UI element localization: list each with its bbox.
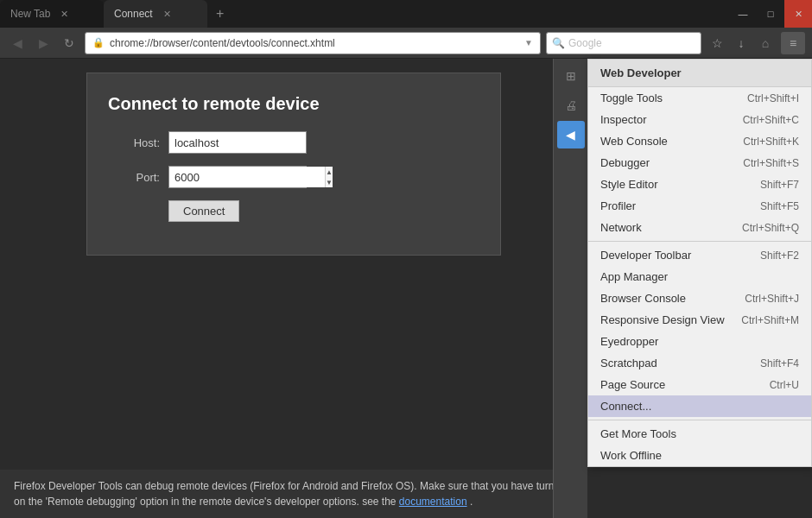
tab-new-tab[interactable]: New Tab ✕ bbox=[0, 0, 104, 28]
menu-item-web-console[interactable]: Web Console Ctrl+Shift+K bbox=[588, 130, 811, 152]
info-text: Firefox Developer Tools can debug remote… bbox=[0, 470, 587, 518]
forward-button[interactable]: ▶ bbox=[33, 33, 54, 54]
menu-item-app-manager[interactable]: App Manager bbox=[588, 266, 811, 287]
menu-item-get-more-tools[interactable]: Get More Tools bbox=[588, 423, 811, 445]
search-placeholder: Google bbox=[568, 37, 602, 49]
download-icon[interactable]: ↓ bbox=[731, 33, 752, 54]
tab-close-btn[interactable]: ✕ bbox=[160, 7, 174, 22]
menu-item-scratchpad[interactable]: Scratchpad Shift+F4 bbox=[588, 352, 811, 374]
menu-item-profiler[interactable]: Profiler Shift+F5 bbox=[588, 195, 811, 217]
tab-label: Connect bbox=[114, 8, 153, 20]
menu-item-connect[interactable]: Connect... bbox=[588, 395, 811, 417]
toolbar-icons: ☆ ↓ ⌂ bbox=[707, 33, 776, 54]
title-bar: New Tab ✕ Connect ✕ + — □ ✕ bbox=[0, 0, 812, 28]
window-controls: — □ ✕ bbox=[729, 0, 812, 28]
close-button[interactable]: ✕ bbox=[784, 0, 812, 28]
main-content: Connect to remote device Host: Port: ▲ ▼… bbox=[0, 59, 812, 518]
minimize-button[interactable]: — bbox=[729, 0, 757, 28]
port-input-wrapper: ▲ ▼ bbox=[168, 166, 307, 188]
connect-row: Connect bbox=[108, 200, 479, 222]
port-label: Port: bbox=[108, 171, 160, 184]
host-row: Host: bbox=[108, 131, 479, 154]
url-text: chrome://browser/content/devtools/connec… bbox=[110, 37, 519, 49]
spinner-up-button[interactable]: ▲ bbox=[326, 167, 333, 177]
dev-icon-2[interactable]: 🖨 bbox=[557, 92, 585, 119]
maximize-button[interactable]: □ bbox=[757, 0, 784, 28]
refresh-button[interactable]: ↻ bbox=[59, 33, 79, 54]
menu-item-toggle-tools[interactable]: Toggle Tools Ctrl+Shift+I bbox=[588, 87, 811, 109]
home-button[interactable]: ⌂ bbox=[755, 33, 776, 54]
info-text-content: Firefox Developer Tools can debug remote… bbox=[14, 480, 566, 508]
devtools-panel: Connect to remote device Host: Port: ▲ ▼… bbox=[86, 73, 501, 256]
menu-separator-1 bbox=[588, 241, 811, 242]
browser-content: Connect to remote device Host: Port: ▲ ▼… bbox=[0, 59, 587, 518]
dev-icon-3[interactable]: ◀ bbox=[557, 121, 585, 148]
menu-item-browser-console[interactable]: Browser Console Ctrl+Shift+J bbox=[588, 287, 811, 309]
menu-item-debugger[interactable]: Debugger Ctrl+Shift+S bbox=[588, 152, 811, 174]
menu-button[interactable]: ≡ bbox=[781, 32, 805, 54]
search-bar[interactable]: 🔍 Google bbox=[546, 32, 701, 54]
search-icon: 🔍 bbox=[552, 37, 565, 49]
menu-item-eyedropper[interactable]: Eyedropper bbox=[588, 331, 811, 352]
documentation-link[interactable]: documentation bbox=[399, 496, 467, 508]
devtools-title: Connect to remote device bbox=[108, 94, 479, 114]
dev-icon-1[interactable]: ⊞ bbox=[557, 62, 585, 90]
menu-item-network[interactable]: Network Ctrl+Shift+Q bbox=[588, 217, 811, 238]
new-tab-button[interactable]: + bbox=[207, 0, 232, 28]
tab-connect[interactable]: Connect ✕ bbox=[104, 0, 207, 28]
spinner-down-button[interactable]: ▼ bbox=[326, 177, 333, 187]
web-developer-menu: Web Developer Toggle Tools Ctrl+Shift+I … bbox=[587, 59, 812, 467]
menu-separator-2 bbox=[588, 420, 811, 420]
bookmark-icon[interactable]: ☆ bbox=[707, 33, 727, 54]
port-row: Port: ▲ ▼ bbox=[108, 166, 479, 188]
menu-item-style-editor[interactable]: Style Editor Shift+F7 bbox=[588, 174, 811, 195]
host-input[interactable] bbox=[168, 131, 307, 154]
connect-button[interactable]: Connect bbox=[168, 200, 239, 222]
right-strip: ⊞ 🖨 ◀ bbox=[553, 59, 587, 518]
url-dropdown-icon[interactable]: ▼ bbox=[524, 38, 533, 47]
menu-item-responsive-design-view[interactable]: Responsive Design View Ctrl+Shift+M bbox=[588, 309, 811, 331]
port-spinner: ▲ ▼ bbox=[325, 167, 333, 187]
port-input[interactable] bbox=[169, 167, 325, 187]
address-bar: ◀ ▶ ↻ 🔒 chrome://browser/content/devtool… bbox=[0, 28, 812, 59]
url-bar[interactable]: 🔒 chrome://browser/content/devtools/conn… bbox=[85, 32, 541, 54]
info-text-end: . bbox=[470, 496, 473, 508]
menu-header: Web Developer bbox=[588, 60, 811, 87]
tab-label: New Tab bbox=[10, 8, 50, 20]
menu-item-work-offline[interactable]: Work Offline bbox=[588, 445, 811, 466]
lock-icon: 🔒 bbox=[92, 37, 105, 48]
back-button[interactable]: ◀ bbox=[7, 33, 28, 54]
tab-close-btn[interactable]: ✕ bbox=[57, 7, 72, 22]
menu-item-developer-toolbar[interactable]: Developer Toolbar Shift+F2 bbox=[588, 244, 811, 266]
host-label: Host: bbox=[108, 136, 160, 149]
menu-item-inspector[interactable]: Inspector Ctrl+Shift+C bbox=[588, 109, 811, 130]
menu-item-page-source[interactable]: Page Source Ctrl+U bbox=[588, 374, 811, 395]
